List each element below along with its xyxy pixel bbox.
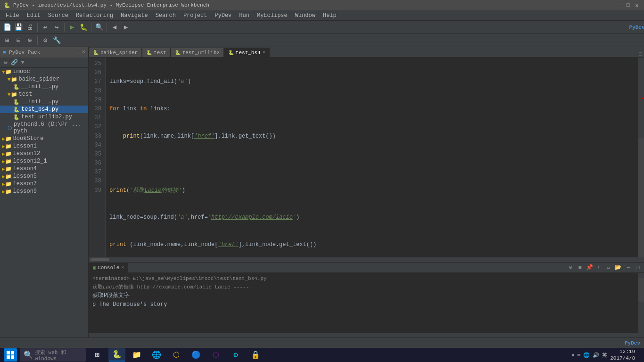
taskbar-clock[interactable]: 12:19 2017/4/8 <box>610 348 635 362</box>
taskbar-explorer[interactable]: 📁 <box>128 348 145 362</box>
start-button[interactable] <box>4 348 17 362</box>
tab-test[interactable]: 🐍 test <box>142 48 170 57</box>
taskbar-azure[interactable]: ⚙ <box>227 348 244 362</box>
console-scroll-btn[interactable]: ⬇ <box>594 263 603 272</box>
tree-item-urllib2[interactable]: 🐍 test_urllib2.py <box>0 113 88 121</box>
taskbar-volume-icon[interactable]: 🔊 <box>593 352 599 358</box>
console-word-wrap-btn[interactable]: ↵ <box>604 263 612 272</box>
link-editor-button[interactable]: 🔗 <box>10 59 18 66</box>
tree-item-lesson5[interactable]: ▶📁 lesson5 <box>0 173 88 180</box>
tree-item-baike-spider[interactable]: ▼📁 baike_spider <box>0 75 88 83</box>
save-button[interactable]: 💾 <box>13 22 24 33</box>
tree-item-lesson12-1[interactable]: ▶📁 lesson12_1 <box>0 157 88 165</box>
menu-search[interactable]: Search <box>152 11 180 20</box>
tree-item-lesson1[interactable]: ▶📁 Lesson1 <box>0 142 88 150</box>
menu-help[interactable]: Help <box>319 11 340 20</box>
taskbar-ie[interactable]: 🌐 <box>148 348 165 362</box>
console-stop-btn[interactable]: ■ <box>576 263 584 272</box>
tree-item-imooc[interactable]: ▼📁 imooc <box>0 68 88 75</box>
tb2-btn1[interactable]: ⊞ <box>2 35 12 46</box>
menu-edit[interactable]: Edit <box>23 11 44 20</box>
code-editor[interactable]: 25 26 27 28 29 30 31 32 33 34 35 36 37 3… <box>89 58 644 257</box>
ln-32: 32 <box>91 123 101 132</box>
console-maximize-btn[interactable]: □ <box>634 263 642 272</box>
run-button[interactable]: ▶ <box>67 22 77 33</box>
editor-hscroll[interactable] <box>89 257 644 262</box>
editor-scrollbar[interactable] <box>638 58 644 257</box>
menu-refactoring[interactable]: Refactoring <box>72 11 117 20</box>
menu-source[interactable]: Source <box>44 11 72 20</box>
tree-item-bookstore[interactable]: ▶📁 BookStore <box>0 135 88 142</box>
tree-item-init2[interactable]: 🐍 __init__.py <box>0 98 88 106</box>
menu-window[interactable]: Window <box>291 11 319 20</box>
tab-urllib2[interactable]: 🐍 test_urllib2 <box>171 48 224 57</box>
taskbar-chrome[interactable]: ⬡ <box>168 348 185 362</box>
ln-33: 33 <box>91 132 101 141</box>
search-button[interactable]: 🔍 <box>94 22 104 33</box>
taskbar-git[interactable]: 🔒 <box>247 348 264 362</box>
tb2-btn3[interactable]: ⊕ <box>25 35 35 46</box>
taskbar-network-icon[interactable]: 🌐 <box>583 352 590 358</box>
menu-pydev[interactable]: PyDev <box>211 11 235 20</box>
code-content[interactable]: links=soup.find_all('a') for link in lin… <box>106 58 638 257</box>
maximize-button[interactable]: □ <box>625 2 632 8</box>
taskbar-chevron-icon[interactable]: ∧ <box>572 352 575 358</box>
tab-minimize-icon[interactable]: ─ <box>635 51 638 57</box>
tree-item-python36[interactable]: ⬡ python3.6 (D:\Pr ... pyth <box>0 121 88 135</box>
sidebar-minimize-icon[interactable]: ─ <box>77 49 81 56</box>
tab-close-bs4[interactable]: × <box>263 50 265 55</box>
taskbar-lang[interactable]: 英 <box>602 352 607 359</box>
tree-item-test-bs4[interactable]: 🐍 test_bs4.py <box>0 106 88 113</box>
console-close-icon[interactable]: × <box>121 265 124 271</box>
menu-navigate[interactable]: Navigate <box>117 11 152 20</box>
redo-button[interactable]: ↪ <box>51 22 62 33</box>
forward-button[interactable]: ▶ <box>121 22 131 33</box>
console-clear-btn[interactable]: ⊗ <box>566 263 575 272</box>
tb2-btn2[interactable]: ⊟ <box>13 35 24 46</box>
back-button[interactable]: ◀ <box>109 22 120 33</box>
window-controls[interactable]: ─ □ ✕ <box>616 2 640 8</box>
tab-maximize-icon[interactable]: □ <box>639 51 642 57</box>
taskbar-vs[interactable]: ⬡ <box>207 348 224 362</box>
console-hscroll[interactable] <box>89 333 644 337</box>
tree-item-init1[interactable]: 🐍 __init__.py <box>0 83 88 90</box>
menu-run[interactable]: Run <box>235 11 253 20</box>
close-button[interactable]: ✕ <box>633 2 640 8</box>
tb2-btn4[interactable]: ⚙ <box>40 35 50 46</box>
sidebar-close-icon[interactable]: × <box>82 49 85 56</box>
hscroll-thumb[interactable] <box>91 258 109 261</box>
menu-project[interactable]: Project <box>180 11 211 20</box>
debug-button[interactable]: 🐛 <box>78 22 89 33</box>
svg-rect-3 <box>11 355 14 359</box>
tree-item-test[interactable]: ▼📁 test <box>0 90 88 98</box>
new-button[interactable]: 📄 <box>2 22 12 33</box>
sidebar-menu-button[interactable]: ▼ <box>19 59 26 66</box>
scroll-thumb[interactable] <box>638 138 644 257</box>
console-minimize-btn[interactable]: ─ <box>624 263 633 272</box>
eclipse-icon: 🐍 <box>112 350 122 359</box>
sidebar-header-icons[interactable]: ─ × <box>77 49 85 56</box>
tree-item-lesson9[interactable]: ▶📁 lesson9 <box>0 188 88 195</box>
tab-baike-spider[interactable]: 🐍 baike_spider <box>89 48 142 57</box>
taskbar-search[interactable]: 🔍 搜索 Web 和 Windows <box>20 348 86 362</box>
console-open-file-btn[interactable]: 📂 <box>613 263 622 272</box>
print-button[interactable]: 🖨 <box>25 22 35 33</box>
minimize-button[interactable]: ─ <box>616 2 623 8</box>
tab-label-urllib2: test_urllib2 <box>182 50 220 56</box>
collapse-all-button[interactable]: ⊟ <box>2 59 9 66</box>
menu-myeclipse[interactable]: MyEclipse <box>253 11 291 20</box>
taskbar-eclipse[interactable]: 🐍 <box>108 348 125 362</box>
console-scroll-thumb[interactable] <box>638 278 644 302</box>
console-tab[interactable]: ▣ Console × <box>89 263 128 272</box>
console-pin-btn[interactable]: 📌 <box>585 263 594 272</box>
menu-file[interactable]: File <box>2 11 23 20</box>
tb2-btn5[interactable]: 🔧 <box>51 35 62 46</box>
tree-item-lesson12[interactable]: ▶📁 lesson12 <box>0 150 88 157</box>
tab-bs4[interactable]: 🐍 test_bs4 × <box>224 48 270 57</box>
taskbar-task-view[interactable]: ⊞ <box>89 348 106 362</box>
tree-item-lesson7[interactable]: ▶📁 lesson7 <box>0 180 88 188</box>
taskbar-edge[interactable]: 🔵 <box>188 348 205 362</box>
undo-button[interactable]: ↩ <box>40 22 50 33</box>
tree-item-lesson4[interactable]: ▶📁 lesson4 <box>0 165 88 173</box>
console-scrollbar[interactable] <box>638 273 644 333</box>
